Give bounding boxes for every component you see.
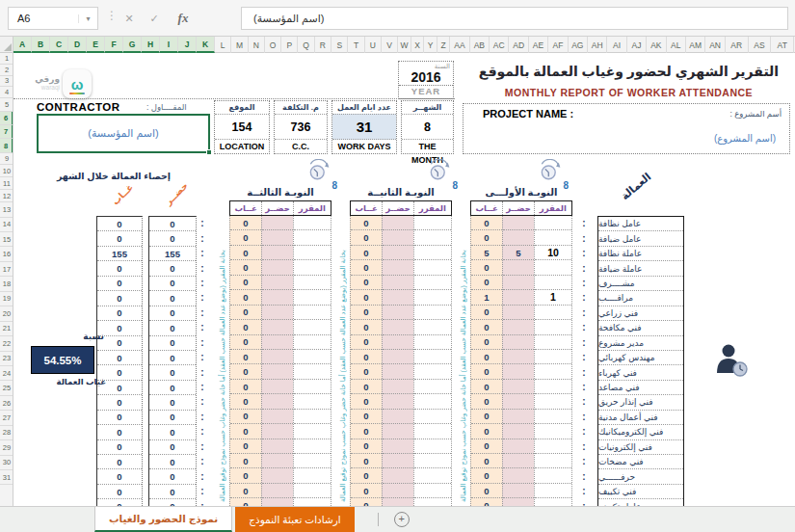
shift3-scheduled-cell[interactable] <box>294 454 331 468</box>
shift1-scheduled-cell[interactable] <box>535 454 571 468</box>
stats-absent-cell[interactable]: 0 <box>97 485 142 499</box>
shift1-scheduled-cell[interactable] <box>535 306 571 320</box>
stats-present-cell[interactable]: 0 <box>149 336 196 351</box>
row-header-27[interactable]: 27 <box>0 411 13 425</box>
shift1-present-cell[interactable] <box>503 498 534 506</box>
shift1-present-cell[interactable] <box>503 350 534 364</box>
shift3-present-cell[interactable] <box>262 394 293 409</box>
shift2-present-cell[interactable] <box>383 320 413 334</box>
shift2-present-cell[interactable] <box>383 306 413 320</box>
shift1-scheduled-cell[interactable] <box>535 498 571 506</box>
shift1-present-cell[interactable] <box>503 276 534 290</box>
worker-name-cell[interactable]: فني مكافحة <box>598 321 683 335</box>
shift1-scheduled-cell[interactable] <box>535 439 571 454</box>
shift2-present-cell[interactable] <box>383 260 413 275</box>
worker-name-cell[interactable]: حرفــــــي <box>598 469 683 484</box>
shift2-scheduled-cell[interactable] <box>414 380 451 394</box>
stats-present-cell[interactable]: 0 <box>149 351 196 365</box>
shift1-present-cell[interactable] <box>503 335 534 350</box>
name-box-dropdown-icon[interactable]: ▾ <box>78 14 97 23</box>
stats-absent-cell[interactable]: 0 <box>97 306 142 321</box>
shift1-present-cell[interactable] <box>503 290 534 305</box>
shift2-present-cell[interactable] <box>383 380 413 394</box>
row-header-30[interactable]: 30 <box>0 456 13 470</box>
shift2-present-cell[interactable] <box>383 246 413 260</box>
shift1-scheduled-cell[interactable] <box>535 380 571 394</box>
shift3-scheduled-cell[interactable] <box>294 350 331 364</box>
shift3-present-cell[interactable] <box>262 320 293 334</box>
shift2-scheduled-cell[interactable] <box>414 394 451 409</box>
insert-function-icon[interactable]: fx <box>172 7 195 30</box>
shift1-absent-cell[interactable]: 0 <box>471 216 502 230</box>
column-header-AE[interactable]: AE <box>529 37 548 53</box>
shift1-scheduled-cell[interactable] <box>535 424 571 439</box>
worker-name-cell[interactable]: فني زراعي <box>598 306 683 321</box>
worker-name-cell[interactable]: فني تكييف <box>598 485 683 499</box>
column-header-AD[interactable]: AD <box>509 37 528 53</box>
shift2-scheduled-cell[interactable] <box>414 484 451 498</box>
fill-handle[interactable] <box>206 149 212 155</box>
shift3-present-cell[interactable] <box>262 484 293 498</box>
shift1-scheduled-cell[interactable] <box>535 260 571 275</box>
shift1-scheduled-cell[interactable] <box>535 320 571 334</box>
stats-present-cell[interactable]: 0 <box>149 231 196 246</box>
shift3-absent-cell[interactable]: 0 <box>230 246 261 260</box>
worker-name-cell[interactable]: فني أعمال مدنية <box>598 411 683 425</box>
worker-name-cell[interactable]: عاملة نظافة <box>598 247 683 261</box>
shift1-absent-cell[interactable]: 0 <box>471 276 502 290</box>
shift2-present-cell[interactable] <box>383 276 413 290</box>
shift2-absent-cell[interactable]: 0 <box>351 246 382 260</box>
month-box[interactable]: الشهــر 8 THE MONTH <box>401 100 454 154</box>
stats-present-cell[interactable]: 0 <box>149 217 196 231</box>
shift2-absent-cell[interactable]: 0 <box>351 216 382 230</box>
stats-present-cell[interactable]: 0 <box>149 321 196 335</box>
worker-name-cell[interactable]: فني إلكترونيات <box>598 440 683 455</box>
shift3-present-cell[interactable] <box>262 276 293 290</box>
shift3-present-cell[interactable] <box>262 454 293 468</box>
shift1-absent-cell[interactable]: 0 <box>471 380 502 394</box>
work-days-box[interactable]: عدد ايام العمل 31 WORK DAYS <box>331 100 397 154</box>
shift1-scheduled-cell[interactable] <box>535 230 571 245</box>
stats-present-cell[interactable]: 0 <box>149 425 196 439</box>
shift2-present-cell[interactable] <box>383 410 413 424</box>
shift1-scheduled-cell[interactable] <box>535 394 571 409</box>
stats-present-cell[interactable]: 0 <box>149 306 196 321</box>
shift2-absent-cell[interactable]: 0 <box>351 439 382 454</box>
shift1-absent-cell[interactable]: 0 <box>471 335 502 350</box>
worker-name-cell[interactable]: عامل نظافة <box>598 217 683 231</box>
shift1-absent-cell[interactable]: 0 <box>471 320 502 334</box>
absence-percentage[interactable]: 54.55% <box>31 346 94 374</box>
shift2-present-cell[interactable] <box>383 424 413 439</box>
shift3-scheduled-cell[interactable] <box>294 364 331 379</box>
shift2-absent-cell[interactable]: 0 <box>351 350 382 364</box>
column-header-AS[interactable]: AS <box>749 37 772 53</box>
worker-name-cell[interactable]: فني مصاعد <box>598 381 683 395</box>
shift1-present-cell[interactable] <box>503 484 534 498</box>
shift2-scheduled-cell[interactable] <box>414 439 451 454</box>
shift3-scheduled-cell[interactable] <box>294 230 331 245</box>
column-header-D[interactable]: D <box>68 37 87 53</box>
column-header-AH[interactable]: AH <box>588 37 607 53</box>
column-header-Q[interactable]: Q <box>298 37 314 53</box>
column-header-AG[interactable]: AG <box>569 37 588 53</box>
shift3-scheduled-cell[interactable] <box>294 424 331 439</box>
stats-absent-cell[interactable]: 0 <box>97 261 142 276</box>
column-header-Y[interactable]: Y <box>424 37 437 53</box>
stats-present-cell[interactable]: 0 <box>149 277 196 291</box>
column-header-W[interactable]: W <box>398 37 411 53</box>
row-header-13[interactable]: 13 <box>0 202 13 217</box>
shift2-absent-cell[interactable]: 0 <box>351 410 382 424</box>
shift2-present-cell[interactable] <box>383 498 413 506</box>
shift1-absent-cell[interactable]: 0 <box>471 498 502 506</box>
stats-present-cell[interactable]: 0 <box>149 499 196 506</box>
row-header-1[interactable]: 1 <box>0 53 13 65</box>
row-header-15[interactable]: 15 <box>0 232 13 247</box>
shift2-absent-cell[interactable]: 0 <box>351 276 382 290</box>
shift3-absent-cell[interactable]: 0 <box>230 335 261 350</box>
row-header-17[interactable]: 17 <box>0 262 13 277</box>
shift2-absent-cell[interactable]: 0 <box>351 364 382 379</box>
shift3-absent-cell[interactable]: 0 <box>230 394 261 409</box>
shift3-present-cell[interactable] <box>262 439 293 454</box>
shift2-scheduled-cell[interactable] <box>414 364 451 379</box>
shift2-absent-cell[interactable]: 0 <box>351 335 382 350</box>
